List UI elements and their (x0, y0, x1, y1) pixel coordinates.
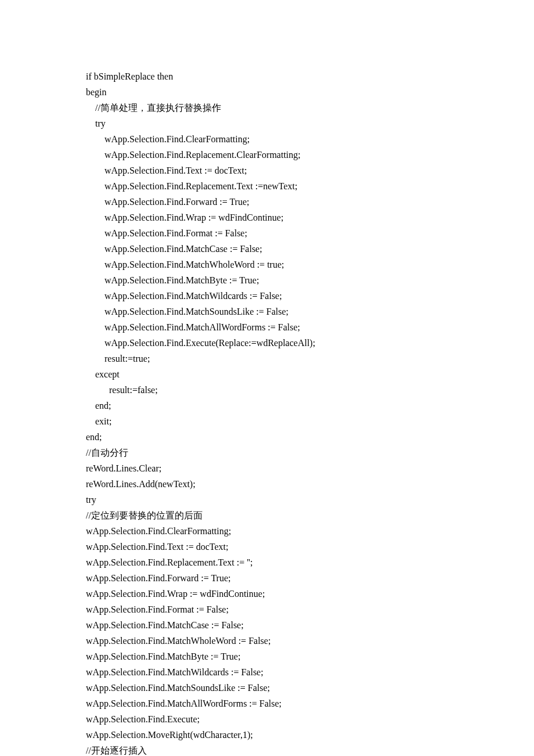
code-line: //定位到要替换的位置的后面 (86, 507, 511, 523)
code-line: except (86, 366, 511, 382)
code-line: wApp.Selection.Find.MatchSoundsLike := F… (86, 304, 511, 319)
code-line: wApp.Selection.Find.MatchWildcards := Fa… (86, 664, 511, 680)
code-line: if bSimpleReplace then (86, 69, 511, 84)
code-line: wApp.Selection.Find.MatchSoundsLike := F… (86, 680, 511, 696)
code-line: wApp.Selection.Find.MatchWholeWord := Fa… (86, 633, 511, 649)
code-line: wApp.Selection.Find.MatchAllWordForms :=… (86, 696, 511, 711)
code-line: //简单处理，直接执行替换操作 (86, 100, 511, 116)
document-page: if bSimpleReplace thenbegin //简单处理，直接执行替… (0, 0, 534, 756)
code-line: wApp.Selection.Find.Format := False; (86, 225, 511, 241)
code-line: wApp.Selection.Find.Replacement.ClearFor… (86, 147, 511, 163)
code-line: wApp.Selection.Find.Format := False; (86, 602, 511, 617)
code-line: wApp.Selection.Find.MatchByte := True; (86, 649, 511, 664)
code-line: wApp.Selection.Find.MatchCase := False; (86, 617, 511, 633)
code-line: wApp.Selection.Find.MatchWholeWord := tr… (86, 257, 511, 272)
code-line: wApp.Selection.Find.MatchAllWordForms :=… (86, 319, 511, 335)
code-line: begin (86, 84, 511, 100)
code-line: end; (86, 398, 511, 413)
code-line: wApp.Selection.Find.MatchWildcards := Fa… (86, 288, 511, 304)
code-line: try (86, 492, 511, 507)
code-line: exit; (86, 413, 511, 429)
code-line: wApp.Selection.Find.Forward := True; (86, 570, 511, 586)
code-line: wApp.Selection.Find.MatchByte := True; (86, 272, 511, 288)
code-line: wApp.Selection.Find.Execute; (86, 711, 511, 727)
code-line: reWord.Lines.Clear; (86, 460, 511, 476)
code-line: wApp.Selection.Find.Replacement.Text :=n… (86, 178, 511, 194)
code-line: wApp.Selection.Find.Forward := True; (86, 194, 511, 210)
code-line: wApp.Selection.Find.Text := docText; (86, 163, 511, 178)
code-line: //开始逐行插入 (86, 743, 511, 756)
code-line: end; (86, 429, 511, 445)
code-line: wApp.Selection.Find.Replacement.Text := … (86, 555, 511, 570)
code-line: wApp.Selection.Find.Text := docText; (86, 539, 511, 555)
code-line: result:=false; (86, 382, 511, 398)
code-line: wApp.Selection.Find.MatchCase := False; (86, 241, 511, 257)
code-line: result:=true; (86, 351, 511, 366)
code-line: wApp.Selection.MoveRight(wdCharacter,1); (86, 727, 511, 743)
code-line: reWord.Lines.Add(newText); (86, 476, 511, 492)
code-line: wApp.Selection.Find.Wrap := wdFindContin… (86, 586, 511, 602)
code-line: //自动分行 (86, 445, 511, 460)
code-line: wApp.Selection.Find.Wrap := wdFindContin… (86, 210, 511, 225)
code-line: wApp.Selection.Find.Execute(Replace:=wdR… (86, 335, 511, 351)
code-line: wApp.Selection.Find.ClearFormatting; (86, 523, 511, 539)
code-line: try (86, 116, 511, 131)
code-line: wApp.Selection.Find.ClearFormatting; (86, 131, 511, 147)
